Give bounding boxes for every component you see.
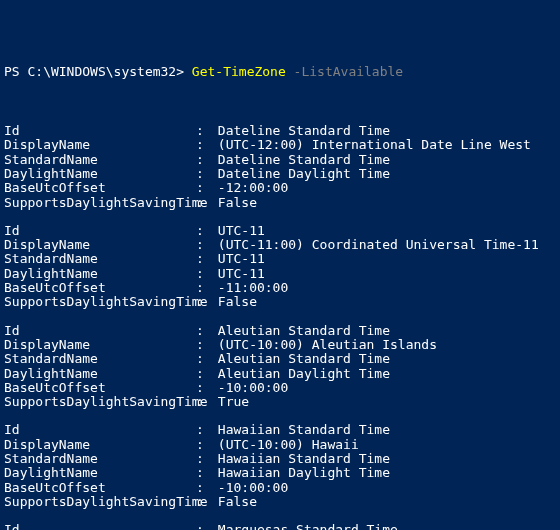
colon: :: [196, 395, 210, 409]
timezone-block: Id: Aleutian Standard TimeDisplayName: (…: [4, 324, 556, 410]
colon: :: [196, 238, 210, 252]
property-row: DisplayName: (UTC-10:00) Hawaii: [4, 438, 556, 452]
colon: :: [196, 452, 210, 466]
property-label: StandardName: [4, 252, 196, 266]
property-value: -10:00:00: [210, 381, 288, 395]
property-label: Id: [4, 224, 196, 238]
property-value: -11:00:00: [210, 281, 288, 295]
property-row: SupportsDaylightSavingTime: False: [4, 196, 556, 210]
colon: :: [196, 495, 210, 509]
property-label: SupportsDaylightSavingTime: [4, 495, 196, 509]
property-label: SupportsDaylightSavingTime: [4, 295, 196, 309]
property-row: DisplayName: (UTC-10:00) Aleutian Island…: [4, 338, 556, 352]
colon: :: [196, 281, 210, 295]
property-row: DaylightName: UTC-11: [4, 267, 556, 281]
colon: :: [196, 438, 210, 452]
colon: :: [196, 252, 210, 266]
colon: :: [196, 481, 210, 495]
property-label: BaseUtcOffset: [4, 381, 196, 395]
property-value: Aleutian Standard Time: [210, 352, 390, 366]
cmdlet-name: Get-TimeZone: [192, 64, 286, 79]
cmdlet-param: -ListAvailable: [286, 64, 403, 79]
property-row: Id: Marquesas Standard Time: [4, 523, 556, 530]
property-row: DaylightName: Hawaiian Daylight Time: [4, 466, 556, 480]
timezone-block: Id: Dateline Standard TimeDisplayName: (…: [4, 124, 556, 210]
property-value: (UTC-10:00) Aleutian Islands: [210, 338, 437, 352]
property-label: BaseUtcOffset: [4, 481, 196, 495]
property-value: False: [210, 495, 257, 509]
property-label: Id: [4, 324, 196, 338]
command-line[interactable]: PS C:\WINDOWS\system32> Get-TimeZone -Li…: [4, 65, 556, 79]
colon: :: [196, 381, 210, 395]
property-row: StandardName: Aleutian Standard Time: [4, 352, 556, 366]
prompt-path: PS C:\WINDOWS\system32>: [4, 64, 192, 79]
property-value: Aleutian Standard Time: [210, 324, 390, 338]
property-label: Id: [4, 423, 196, 437]
property-label: BaseUtcOffset: [4, 181, 196, 195]
property-label: StandardName: [4, 352, 196, 366]
colon: :: [196, 338, 210, 352]
property-label: DisplayName: [4, 438, 196, 452]
property-value: Dateline Standard Time: [210, 124, 390, 138]
timezone-block: Id: UTC-11DisplayName: (UTC-11:00) Coord…: [4, 224, 556, 310]
colon: :: [196, 367, 210, 381]
property-label: Id: [4, 523, 196, 530]
colon: :: [196, 224, 210, 238]
colon: :: [196, 523, 210, 530]
property-row: BaseUtcOffset: -10:00:00: [4, 381, 556, 395]
colon: :: [196, 167, 210, 181]
property-value: Marquesas Standard Time: [210, 523, 398, 530]
colon: :: [196, 423, 210, 437]
property-row: DaylightName: Dateline Daylight Time: [4, 167, 556, 181]
colon: :: [196, 196, 210, 210]
output-area: Id: Dateline Standard TimeDisplayName: (…: [4, 124, 556, 530]
property-row: SupportsDaylightSavingTime: True: [4, 395, 556, 409]
property-value: (UTC-10:00) Hawaii: [210, 438, 359, 452]
property-row: DaylightName: Aleutian Daylight Time: [4, 367, 556, 381]
property-value: True: [210, 395, 249, 409]
property-row: BaseUtcOffset: -10:00:00: [4, 481, 556, 495]
property-value: (UTC-11:00) Coordinated Universal Time-1…: [210, 238, 539, 252]
property-value: (UTC-12:00) International Date Line West: [210, 138, 531, 152]
property-value: UTC-11: [210, 267, 265, 281]
property-value: -10:00:00: [210, 481, 288, 495]
property-value: Hawaiian Daylight Time: [210, 466, 390, 480]
colon: :: [196, 124, 210, 138]
property-row: BaseUtcOffset: -11:00:00: [4, 281, 556, 295]
property-label: DaylightName: [4, 267, 196, 281]
property-label: DaylightName: [4, 367, 196, 381]
property-value: Dateline Daylight Time: [210, 167, 390, 181]
property-value: False: [210, 295, 257, 309]
property-label: StandardName: [4, 153, 196, 167]
property-value: Aleutian Daylight Time: [210, 367, 390, 381]
property-row: DisplayName: (UTC-12:00) International D…: [4, 138, 556, 152]
colon: :: [196, 138, 210, 152]
property-label: DaylightName: [4, 167, 196, 181]
property-label: DisplayName: [4, 238, 196, 252]
colon: :: [196, 181, 210, 195]
property-value: UTC-11: [210, 252, 265, 266]
property-value: -12:00:00: [210, 181, 288, 195]
property-label: DaylightName: [4, 466, 196, 480]
property-row: Id: Aleutian Standard Time: [4, 324, 556, 338]
property-row: Id: Dateline Standard Time: [4, 124, 556, 138]
property-row: StandardName: Hawaiian Standard Time: [4, 452, 556, 466]
property-row: SupportsDaylightSavingTime: False: [4, 295, 556, 309]
timezone-block: Id: Marquesas Standard TimeDisplayName: …: [4, 523, 556, 530]
colon: :: [196, 324, 210, 338]
colon: :: [196, 466, 210, 480]
property-value: Dateline Standard Time: [210, 153, 390, 167]
property-label: Id: [4, 124, 196, 138]
property-row: BaseUtcOffset: -12:00:00: [4, 181, 556, 195]
property-row: StandardName: Dateline Standard Time: [4, 153, 556, 167]
timezone-block: Id: Hawaiian Standard TimeDisplayName: (…: [4, 423, 556, 509]
property-row: SupportsDaylightSavingTime: False: [4, 495, 556, 509]
property-label: DisplayName: [4, 338, 196, 352]
property-row: DisplayName: (UTC-11:00) Coordinated Uni…: [4, 238, 556, 252]
colon: :: [196, 153, 210, 167]
colon: :: [196, 267, 210, 281]
property-row: Id: Hawaiian Standard Time: [4, 423, 556, 437]
property-value: UTC-11: [210, 224, 265, 238]
colon: :: [196, 295, 210, 309]
colon: :: [196, 352, 210, 366]
